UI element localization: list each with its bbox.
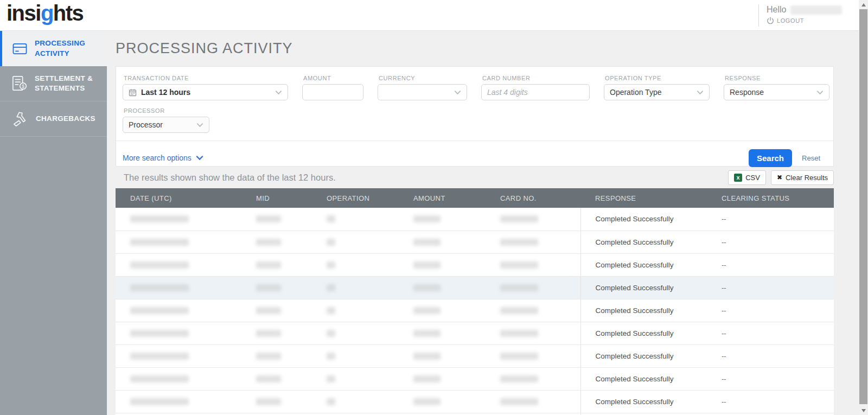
- table-row[interactable]: Completed Successfully --: [116, 253, 834, 276]
- redacted-value: [413, 375, 441, 382]
- cell-amount-redacted: [399, 253, 486, 276]
- redacted-value: [327, 307, 335, 314]
- column-header-card-no: CARD NO.: [486, 188, 580, 208]
- cell-date-redacted: [116, 344, 241, 367]
- logo-text: hts: [53, 1, 84, 25]
- cell-amount-redacted: [399, 208, 486, 231]
- redacted-value: [256, 330, 281, 337]
- cell-response: Completed Successfully: [580, 299, 707, 322]
- chevron-down-icon: [196, 155, 203, 161]
- filter-processor: PROCESSOR Processor: [123, 106, 209, 133]
- reset-link[interactable]: Reset: [802, 154, 820, 162]
- filter-transaction-date: TRANSACTION DATE Last 12 hours: [123, 73, 288, 100]
- cell-amount-redacted: [399, 322, 486, 344]
- cell-card-redacted: [486, 413, 580, 415]
- redacted-value: [130, 330, 189, 337]
- redacted-value: [327, 330, 335, 337]
- table-row[interactable]: Completed Successfully --: [116, 367, 834, 390]
- redacted-value: [130, 398, 189, 405]
- response-dropdown[interactable]: Response: [724, 84, 829, 100]
- transaction-date-dropdown[interactable]: Last 12 hours: [123, 84, 288, 100]
- logout-button[interactable]: LOGOUT: [767, 17, 842, 24]
- page-title: PROCESSING ACTIVITY: [116, 40, 293, 57]
- cell-card-redacted: [486, 253, 580, 276]
- cell-mid-redacted: [241, 299, 312, 322]
- processor-dropdown[interactable]: Processor: [123, 117, 209, 133]
- cell-operation-redacted: [312, 344, 399, 367]
- column-header-operation: OPERATION: [312, 188, 399, 208]
- sidebar-item-label: SETTLEMENT & STATEMENTS: [35, 74, 99, 93]
- cell-clearing-status: --: [707, 390, 834, 413]
- sidebar-item-chargebacks[interactable]: CHARGEBACKS: [0, 101, 107, 137]
- operation-type-dropdown[interactable]: Operation Type: [604, 84, 710, 100]
- more-search-options-link[interactable]: More search options: [123, 154, 203, 162]
- cell-response: Completed Successfully: [580, 413, 707, 415]
- chevron-down-icon: [816, 90, 824, 95]
- table-row[interactable]: Completed Successfully --: [116, 231, 834, 253]
- table-row[interactable]: Completed Successfully --: [116, 322, 834, 344]
- cell-mid-redacted: [241, 344, 312, 367]
- sidebar-item-processing-activity[interactable]: PROCESSING ACTIVITY: [0, 31, 107, 66]
- cell-card-redacted: [486, 299, 580, 322]
- scrollbar[interactable]: [859, 0, 868, 415]
- logo-text: insi: [7, 1, 41, 25]
- table-row[interactable]: Completed Successfully --: [116, 344, 834, 367]
- cell-date-redacted: [116, 322, 241, 344]
- chevron-down-icon: [697, 90, 704, 95]
- app-root: insights Hello LOGOUT: [0, 0, 868, 415]
- table-row[interactable]: Completed Successfully --: [116, 413, 834, 415]
- scrollbar-thumb[interactable]: [859, 9, 867, 404]
- filter-label: OPERATION TYPE: [605, 75, 710, 81]
- table-row[interactable]: Completed Successfully --: [116, 299, 834, 322]
- csv-export-button[interactable]: x CSV: [728, 170, 766, 185]
- cell-response: Completed Successfully: [580, 231, 707, 253]
- power-icon: [767, 17, 774, 24]
- clear-results-button[interactable]: ✖ Clear Results: [771, 170, 834, 185]
- redacted-value: [256, 215, 281, 222]
- redacted-value: [413, 284, 441, 291]
- cell-date-redacted: [116, 253, 241, 276]
- amount-input[interactable]: [307, 88, 359, 97]
- column-header-mid: MID: [241, 188, 312, 208]
- redacted-value: [327, 398, 335, 405]
- card-number-input[interactable]: [487, 88, 584, 97]
- cell-clearing-status: --: [707, 208, 834, 231]
- cell-card-redacted: [486, 390, 580, 413]
- redacted-value: [500, 330, 538, 337]
- cell-operation-redacted: [312, 413, 399, 415]
- clear-x-icon: ✖: [777, 174, 782, 181]
- credit-card-icon: [12, 43, 27, 55]
- table-row[interactable]: Completed Successfully --: [116, 276, 834, 299]
- cell-clearing-status: --: [707, 322, 834, 344]
- redacted-value: [130, 261, 189, 269]
- redacted-value: [413, 398, 441, 405]
- cell-amount-redacted: [399, 413, 486, 415]
- currency-dropdown[interactable]: [378, 84, 467, 100]
- insights-logo[interactable]: insights: [7, 1, 83, 25]
- redacted-value: [130, 215, 189, 222]
- cell-card-redacted: [486, 208, 580, 231]
- csv-label: CSV: [745, 174, 760, 182]
- gavel-icon: [12, 111, 28, 127]
- cell-date-redacted: [116, 231, 241, 253]
- cell-card-redacted: [486, 231, 580, 253]
- sidebar-item-settlement-statements[interactable]: $ SETTLEMENT & STATEMENTS: [0, 66, 107, 101]
- chevron-down-icon: [454, 90, 461, 95]
- column-header-clearing-status: CLEARING STATUS: [707, 188, 834, 208]
- cell-operation-redacted: [312, 276, 399, 299]
- redacted-value: [500, 307, 538, 314]
- table-row[interactable]: Completed Successfully --: [116, 208, 834, 231]
- search-button[interactable]: Search: [749, 149, 792, 167]
- redacted-value: [327, 215, 335, 222]
- cell-card-redacted: [486, 344, 580, 367]
- cell-response: Completed Successfully: [580, 344, 707, 367]
- cell-operation-redacted: [312, 253, 399, 276]
- scroll-up-arrow[interactable]: [859, 0, 868, 9]
- filter-label: RESPONSE: [725, 75, 829, 81]
- cell-date-redacted: [116, 413, 241, 415]
- filter-label: PROCESSOR: [124, 107, 209, 114]
- table-row[interactable]: Completed Successfully --: [116, 390, 834, 413]
- cell-operation-redacted: [312, 299, 399, 322]
- cell-amount-redacted: [399, 344, 486, 367]
- scroll-down-arrow[interactable]: [859, 406, 868, 415]
